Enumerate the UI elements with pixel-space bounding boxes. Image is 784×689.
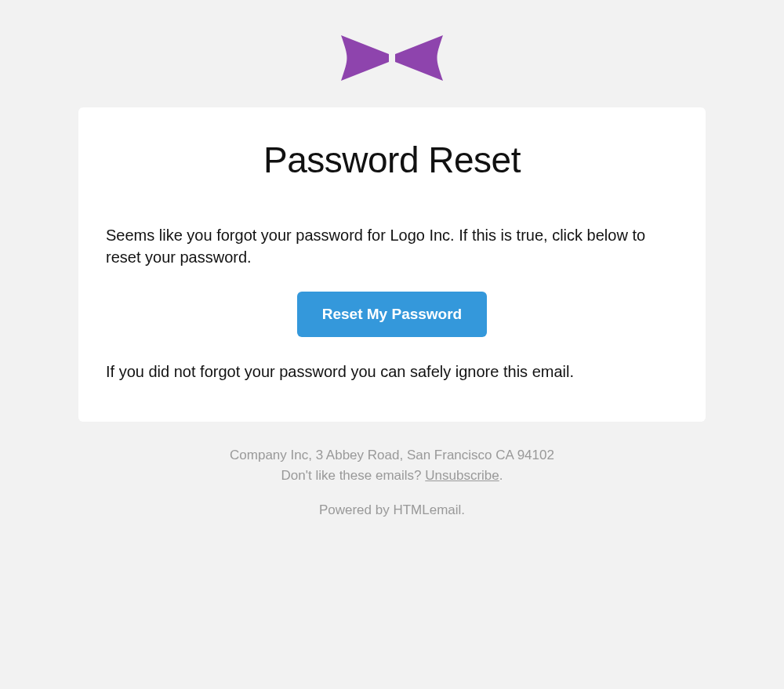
logo-wrapper bbox=[0, 31, 784, 84]
email-footer: Company Inc, 3 Abbey Road, San Francisco… bbox=[0, 445, 784, 518]
bowtie-icon bbox=[341, 35, 443, 84]
footer-unsubscribe-line: Don't like these emails? Unsubscribe. bbox=[78, 466, 706, 486]
reset-password-button[interactable]: Reset My Password bbox=[297, 292, 487, 337]
intro-text: Seems like you forgot your password for … bbox=[106, 224, 678, 268]
unsubscribe-prompt: Don't like these emails? bbox=[281, 468, 426, 483]
footer-address: Company Inc, 3 Abbey Road, San Francisco… bbox=[78, 445, 706, 466]
footer-powered-by: Powered by HTMLemail. bbox=[78, 502, 706, 518]
email-card: Password Reset Seems like you forgot you… bbox=[78, 107, 706, 422]
ignore-text: If you did not forgot your password you … bbox=[106, 361, 678, 383]
button-wrapper: Reset My Password bbox=[106, 292, 678, 337]
page-title: Password Reset bbox=[106, 139, 678, 181]
unsubscribe-link[interactable]: Unsubscribe bbox=[425, 468, 499, 483]
unsubscribe-suffix: . bbox=[499, 468, 503, 483]
email-container: Password Reset Seems like you forgot you… bbox=[0, 31, 784, 518]
